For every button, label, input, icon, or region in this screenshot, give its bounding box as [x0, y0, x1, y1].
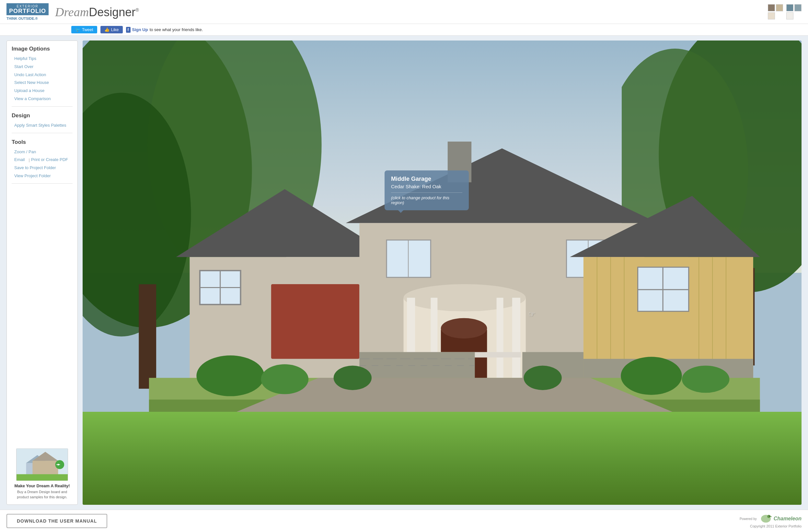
sidebar-item-zoom-pan[interactable]: Zoom / Pan	[12, 148, 73, 156]
logo-section: exterior PORTFOLIO THINK OUTSIDE.®	[6, 3, 49, 20]
svg-point-67	[769, 516, 770, 517]
svg-point-59	[196, 355, 264, 396]
sidebar-item-email[interactable]: Email	[14, 156, 27, 164]
house-image-area[interactable]: Middle Garage Cedar Shake: Red Oak (clic…	[82, 40, 802, 505]
download-manual-button[interactable]: DOWNLOAD THE USER MANUAL	[6, 514, 107, 528]
svg-rect-33	[496, 298, 503, 379]
svg-point-30	[441, 318, 487, 338]
like-button[interactable]: 👍 Like	[100, 26, 123, 33]
promo-svg	[17, 448, 68, 481]
facebook-icon: f	[126, 27, 131, 33]
tooltip-divider	[391, 192, 462, 193]
dream-designer-title: DreamDesigner®	[55, 5, 761, 19]
tooltip-subtitle: Cedar Shake: Red Oak	[391, 184, 462, 189]
sidebar-item-save-folder[interactable]: Save to Project Folder	[12, 164, 73, 172]
image-options-title: Image Options	[12, 46, 73, 52]
thumbsup-icon: 👍	[104, 27, 110, 32]
chameleon-logo: Powered by Chameleon	[740, 514, 802, 524]
divider-1	[12, 106, 73, 107]
reg-mark: ®	[135, 7, 139, 13]
like-label: Like	[111, 27, 119, 32]
sidebar-item-upload-house[interactable]: Upload a House	[12, 87, 73, 95]
sidebar-item-start-over[interactable]: Start Over	[12, 63, 73, 71]
swatch-light-tan[interactable]	[768, 12, 775, 19]
svg-point-61	[621, 357, 682, 395]
grass-fg	[82, 412, 802, 505]
sidebar-item-view-comparison[interactable]: View a Comparison	[12, 95, 73, 103]
sidebar-item-undo[interactable]: Undo Last Action	[12, 71, 73, 79]
svg-rect-20	[271, 284, 359, 359]
chameleon-icon-svg	[760, 514, 772, 524]
color-swatches-area	[768, 4, 802, 19]
swatch-brown[interactable]	[768, 4, 775, 11]
design-title: Design	[12, 112, 73, 119]
svg-point-63	[333, 365, 371, 390]
social-bar: 🐦 Tweet 👍 Like f Sign Up to see what you…	[0, 24, 808, 36]
svg-point-62	[682, 365, 729, 393]
swatch-tan[interactable]	[776, 4, 783, 11]
divider-3	[12, 183, 73, 184]
sidebar-item-print-pdf[interactable]: Print or Create PDF	[31, 156, 71, 164]
footer: DOWNLOAD THE USER MANUAL Powered by Cham…	[0, 510, 808, 532]
svg-rect-8	[56, 464, 59, 465]
svg-rect-5	[17, 474, 68, 481]
sidebar-item-smart-styles[interactable]: Apply Smart Styles Palettes	[12, 122, 73, 130]
tooltip-action: (click to change product for this region…	[391, 195, 462, 205]
dream-text: Dream	[55, 5, 89, 19]
swatch-blue-gray[interactable]	[786, 4, 793, 11]
signup-link[interactable]: Sign Up	[132, 27, 148, 32]
signup-suffix: to see what your friends like.	[150, 27, 203, 32]
main-content: Image Options Helpful Tips Start Over Un…	[0, 36, 808, 510]
svg-rect-34	[512, 298, 520, 379]
svg-rect-3	[32, 461, 58, 475]
promo-image[interactable]	[16, 448, 68, 481]
promo-box: Make Your Dream A Reality! Buy a Dream D…	[12, 443, 73, 500]
promo-title: Make Your Dream A Reality!	[12, 483, 73, 488]
tooltip-bubble[interactable]: Middle Garage Cedar Shake: Red Oak (clic…	[385, 170, 469, 210]
sidebar-item-select-house[interactable]: Select New House	[12, 79, 73, 87]
powered-by-text: Powered by	[740, 517, 757, 521]
tweet-button[interactable]: 🐦 Tweet	[71, 26, 97, 33]
swatch-off-white[interactable]	[786, 12, 793, 19]
tooltip-title: Middle Garage	[391, 176, 462, 182]
sidebar: Image Options Helpful Tips Start Over Un…	[6, 40, 78, 505]
designer-text: Designer	[89, 5, 135, 19]
tagline: THINK OUTSIDE.®	[6, 17, 38, 20]
app-header: exterior PORTFOLIO THINK OUTSIDE.® Dream…	[0, 0, 808, 24]
exterior-portfolio-logo: exterior PORTFOLIO	[6, 3, 49, 15]
swatch-med-blue-gray[interactable]	[794, 4, 802, 11]
separator: |	[29, 158, 30, 162]
sidebar-item-helpful-tips[interactable]: Helpful Tips	[12, 55, 73, 63]
logo-portfolio-text: PORTFOLIO	[9, 8, 46, 14]
svg-point-64	[524, 365, 562, 390]
email-print-row: Email | Print or Create PDF	[12, 156, 73, 164]
sidebar-item-view-folder[interactable]: View Project Folder	[12, 172, 73, 180]
divider-2	[12, 133, 73, 133]
footer-right: Powered by Chameleon Copyright 2011 Exte…	[740, 514, 802, 528]
promo-desc: Buy a Dream Design board and product sam…	[12, 490, 73, 500]
chameleon-text: Chameleon	[774, 516, 802, 521]
svg-point-60	[261, 364, 308, 394]
svg-point-28	[403, 284, 526, 311]
twitter-icon: 🐦	[75, 27, 80, 32]
tweet-label: Tweet	[82, 27, 93, 32]
copyright-text: Copyright 2011 Exterior Portfolio	[750, 524, 802, 528]
tools-title: Tools	[12, 139, 73, 145]
house-scene: Middle Garage Cedar Shake: Red Oak (clic…	[82, 40, 802, 505]
facebook-signup: f Sign Up to see what your friends like.	[126, 27, 203, 33]
